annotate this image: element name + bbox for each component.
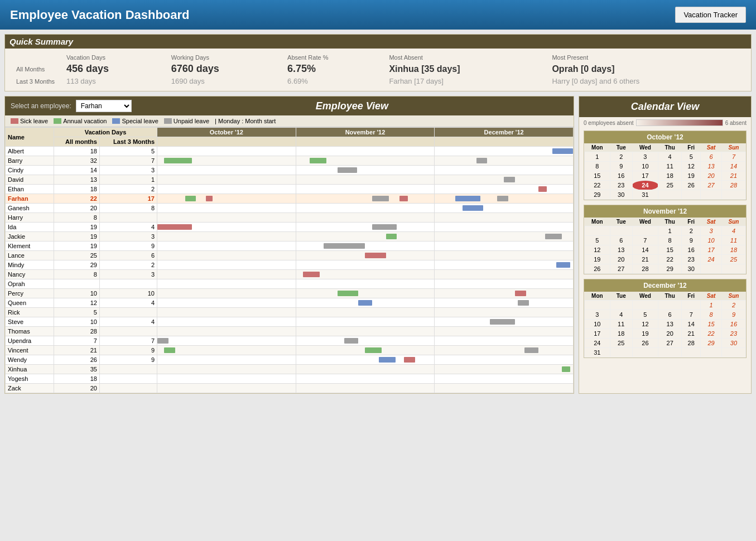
cal-day-1-1-2: 7	[632, 236, 658, 245]
cal-day-2-0-0	[585, 301, 610, 310]
cal-day-2-5-6	[721, 348, 745, 358]
cal-day-0-1-0: 8	[585, 162, 610, 171]
cal-day-2-1-4: 7	[682, 310, 701, 320]
cal-day-2-2-5: 15	[701, 320, 722, 329]
employee-select[interactable]: Farhan	[76, 100, 132, 112]
cal-day-2-4-3: 27	[658, 339, 682, 348]
gantt-bar	[556, 262, 570, 268]
qs-col-vacation: Vacation Days	[62, 53, 167, 62]
gantt-empty	[157, 166, 296, 175]
gantt-cell	[157, 194, 296, 204]
cal-day-2-3-5: 22	[701, 329, 722, 339]
emp-last3-22: 9	[99, 355, 157, 365]
emp-name-13: Nancy	[6, 270, 54, 279]
emp-last3-14	[99, 279, 157, 289]
calendar-panel-title: Calendar View	[579, 96, 751, 117]
cal-day-2-1-2: 5	[632, 310, 658, 320]
gantt-bar	[365, 253, 386, 258]
emp-name-7: Harry	[6, 213, 54, 223]
cal-th-1-2: Wed	[632, 218, 658, 226]
gantt-empty	[296, 279, 435, 289]
gantt-empty	[296, 365, 435, 374]
gantt-bar	[338, 167, 357, 173]
qs-row-label-0: All Months	[12, 62, 62, 76]
header: Employee Vacation Dashboard Vacation Tra…	[0, 0, 756, 30]
emp-all-24: 18	[54, 374, 100, 384]
emp-last3-15: 10	[99, 289, 157, 298]
gantt-bar	[386, 234, 397, 239]
cal-day-0-3-6: 28	[721, 181, 745, 190]
gantt-cell	[157, 223, 296, 232]
qs-working-1: 1690 days	[167, 76, 283, 86]
gantt-empty	[435, 308, 574, 317]
gantt-empty	[435, 241, 574, 251]
gantt-empty	[435, 279, 574, 289]
cal-day-0-2-3: 18	[658, 171, 682, 181]
legend-item-4: | Monday : Month start	[215, 118, 276, 124]
gantt-cell	[296, 223, 435, 232]
gantt-cell	[435, 289, 574, 298]
gantt-cell	[296, 298, 435, 308]
cal-th-2-6: Sun	[721, 292, 745, 301]
gantt-cell	[296, 336, 435, 346]
gantt-empty	[435, 355, 574, 365]
emp-all-10: 19	[54, 241, 100, 251]
emp-name-12: Mindy	[6, 260, 54, 270]
gantt-empty	[296, 175, 435, 185]
gantt-empty	[296, 185, 435, 194]
gantt-bar	[303, 272, 320, 277]
cal-day-0-0-1: 2	[610, 152, 632, 162]
gantt-empty	[157, 279, 296, 289]
cal-day-1-1-0: 5	[585, 236, 610, 245]
cal-day-2-3-4: 21	[682, 329, 701, 339]
qs-row-label-1: Last 3 Months	[12, 76, 62, 86]
qs-col-most-absent: Most Absent	[384, 53, 547, 62]
cal-day-2-1-5: 8	[701, 310, 722, 320]
gantt-empty	[157, 185, 296, 194]
calendar-month-2: December '12MonTueWedThuFriSatSun1234567…	[584, 279, 747, 358]
legend-label-2: Special leave	[122, 118, 158, 124]
gantt-empty	[157, 251, 296, 260]
gantt-empty	[157, 327, 296, 336]
cal-day-0-0-6: 7	[721, 152, 745, 162]
qs-vacation-1: 113 days	[62, 76, 167, 86]
emp-all-12: 29	[54, 260, 100, 270]
cal-day-0-4-4	[682, 190, 701, 200]
gantt-cell	[296, 289, 435, 298]
cal-day-2-2-6: 16	[721, 320, 745, 329]
gantt-bar	[538, 186, 547, 192]
gantt-cell	[296, 166, 435, 175]
cal-th-0-1: Tue	[610, 143, 632, 152]
cal-day-2-5-1	[610, 348, 632, 358]
cal-th-1-1: Tue	[610, 218, 632, 226]
emp-last3-17	[99, 308, 157, 317]
gantt-empty	[296, 384, 435, 393]
gantt-empty	[157, 260, 296, 270]
cal-day-0-0-5: 6	[701, 152, 722, 162]
gantt-empty	[157, 365, 296, 374]
gantt-cell	[157, 346, 296, 355]
cal-day-1-1-3: 8	[658, 236, 682, 245]
vacation-tracker-button[interactable]: Vacation Tracker	[675, 7, 746, 23]
cal-day-0-3-0: 22	[585, 181, 610, 190]
cal-day-2-4-6: 30	[721, 339, 745, 348]
emp-all-14	[54, 279, 100, 289]
gantt-cell	[435, 232, 574, 241]
gantt-bar	[404, 357, 415, 363]
th-dec: December '12	[435, 128, 574, 137]
emp-last3-23	[99, 365, 157, 374]
cal-day-2-0-1	[610, 301, 632, 310]
gantt-empty	[157, 241, 296, 251]
gantt-empty	[435, 327, 574, 336]
cal-day-0-3-5: 27	[701, 181, 722, 190]
cal-day-1-3-2: 21	[632, 255, 658, 264]
emp-name-15: Percy	[6, 289, 54, 298]
cal-day-2-4-2: 26	[632, 339, 658, 348]
cal-day-1-4-1: 27	[610, 264, 632, 274]
cal-month-header-2: December '12	[584, 279, 746, 292]
cal-day-1-3-0: 19	[585, 255, 610, 264]
emp-name-9: Jackie	[6, 232, 54, 241]
gantt-cell	[435, 147, 574, 156]
gantt-empty	[157, 204, 296, 213]
gantt-bar	[455, 196, 480, 201]
